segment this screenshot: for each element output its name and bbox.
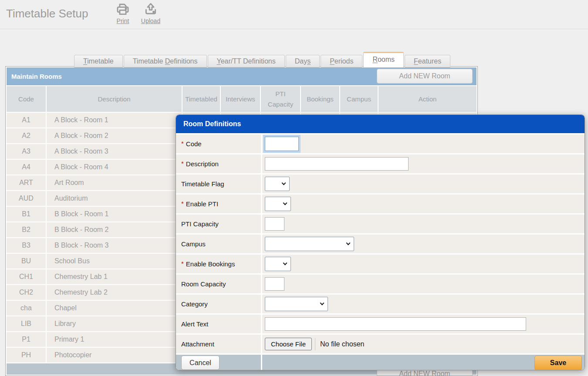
chevron-down-icon [283, 201, 287, 205]
enable-pti-select[interactable] [265, 197, 291, 211]
page-title: Timetable Setup [6, 7, 88, 20]
room-code-cell: cha [7, 301, 46, 316]
room-description-cell: A Block - Room 1 [47, 113, 182, 128]
room-code-cell: AUD [7, 191, 46, 206]
print-icon [115, 2, 130, 17]
room-code-cell: ART [7, 175, 46, 190]
field-control-cell: Choose FileNo file chosen [262, 335, 585, 353]
pti-capacity-input[interactable] [265, 217, 284, 231]
save-button[interactable]: Save [534, 356, 582, 370]
toolbar: Print Upload [112, 2, 162, 24]
room-description-cell: A Block - Room 2 [47, 128, 182, 143]
field-control-cell [262, 315, 585, 333]
column-header-code: Code [7, 86, 46, 112]
room-code-cell: LIB [7, 316, 46, 331]
room-code-cell: PH [7, 348, 46, 363]
modal-footer-left: Cancel [176, 355, 261, 370]
enable-bookings-select[interactable] [265, 257, 291, 271]
modal-title: Room Definitions [176, 115, 585, 133]
field-label: Attachment [176, 335, 261, 353]
room-description-cell: A Block - Room 4 [47, 160, 182, 175]
chevron-down-icon [283, 261, 287, 265]
field-row-timetable-flag: Timetable Flag [176, 175, 585, 193]
room-code-cell: A3 [7, 144, 46, 159]
room-description-cell: Photocopier [47, 348, 182, 363]
field-label: Timetable Flag [176, 175, 261, 193]
required-asterisk: * [181, 140, 184, 147]
room-description-cell: B Block - Room 1 [47, 207, 182, 222]
field-label: Alert Text [176, 315, 261, 333]
field-label: *Description [176, 154, 261, 173]
file-separator [315, 338, 315, 350]
modal-footer: Cancel Save [176, 355, 585, 370]
tab-features[interactable]: Features [405, 55, 450, 67]
room-code-cell: A2 [7, 128, 46, 143]
field-label: *Enable Bookings [176, 255, 261, 273]
code-input[interactable] [265, 137, 299, 151]
room-description-cell: Chemestry Lab 2 [47, 285, 182, 300]
field-label: *Code [176, 134, 261, 153]
field-control-cell [262, 154, 585, 173]
tab-timetable[interactable]: Timetable [74, 55, 123, 67]
add-new-room-button-top[interactable]: Add NEW Room [377, 69, 473, 84]
field-row-attachment: AttachmentChoose FileNo file chosen [176, 335, 585, 353]
field-label: PTI Capacity [176, 215, 261, 233]
field-row-category: Category [176, 295, 585, 313]
column-header-interviews: Interviews [221, 86, 260, 112]
room-description-cell: School Bus [47, 254, 182, 269]
upload-button[interactable]: Upload [139, 2, 162, 24]
tab-rooms[interactable]: Rooms [363, 52, 404, 67]
field-control-cell [262, 295, 585, 313]
modal-footer-right: Save [262, 355, 585, 370]
field-row-pti-capacity: PTI Capacity [176, 215, 585, 233]
field-row-room-capacity: Room Capacity [176, 275, 585, 293]
timetable-flag-select[interactable] [265, 177, 290, 191]
chevron-down-icon [346, 241, 351, 245]
cancel-button[interactable]: Cancel [181, 356, 220, 370]
file-status-text: No file chosen [320, 340, 364, 348]
room-description-cell: Auditorium [47, 191, 182, 206]
tab-timetable-definitions[interactable]: Timetable Definitions [124, 55, 207, 67]
room-description-cell: B Block - Room 2 [47, 222, 182, 237]
field-row-alert-text: Alert Text [176, 315, 585, 333]
tab-days[interactable]: Days [286, 55, 320, 67]
description-input[interactable] [265, 157, 409, 171]
field-control-cell [262, 255, 585, 273]
field-row-enable-pti: *Enable PTI [176, 195, 585, 213]
tab-periods[interactable]: Periods [321, 55, 362, 67]
category-select[interactable] [265, 297, 328, 311]
room-code-cell: A4 [7, 160, 46, 175]
required-asterisk: * [181, 200, 184, 207]
panel-titlebar: Maintain Rooms Add NEW Room [7, 67, 476, 85]
room-definitions-modal: Room Definitions *Code*DescriptionTimeta… [176, 114, 585, 370]
print-button[interactable]: Print [112, 2, 134, 24]
column-header-description: Description [47, 86, 182, 112]
field-label: *Enable PTI [176, 195, 261, 213]
room-description-cell: A Block - Room 3 [47, 144, 182, 159]
alert-text-input[interactable] [265, 317, 526, 331]
room-code-cell: CH1 [7, 269, 46, 284]
field-control-cell [262, 175, 585, 193]
required-asterisk: * [181, 160, 184, 167]
field-control-cell [262, 275, 585, 293]
column-header-campus: Campus [340, 86, 378, 112]
upload-icon [143, 2, 158, 17]
room-code-cell: B3 [7, 238, 46, 253]
room-code-cell: B1 [7, 207, 46, 222]
room-description-cell: Art Room [47, 175, 182, 190]
chevron-down-icon [320, 301, 324, 306]
room-description-cell: Library [47, 316, 182, 331]
campus-select[interactable] [265, 237, 354, 251]
field-label: Campus [176, 235, 261, 253]
upload-label: Upload [141, 17, 160, 24]
field-control-cell [262, 215, 585, 233]
rooms-table-header: CodeDescriptionTimetabledInterviewsPTI C… [7, 86, 476, 112]
tab-year-tt-definitions[interactable]: Year/TT Definitions [208, 55, 285, 67]
room-capacity-input[interactable] [265, 277, 284, 291]
field-label: Room Capacity [176, 275, 261, 293]
room-description-cell: B Block - Room 3 [47, 238, 182, 253]
choose-file-button[interactable]: Choose File [265, 338, 312, 350]
room-code-cell: P1 [7, 332, 46, 347]
room-description-cell: Primary 1 [47, 332, 182, 347]
room-description-cell: Chemestry Lab 1 [47, 269, 182, 284]
